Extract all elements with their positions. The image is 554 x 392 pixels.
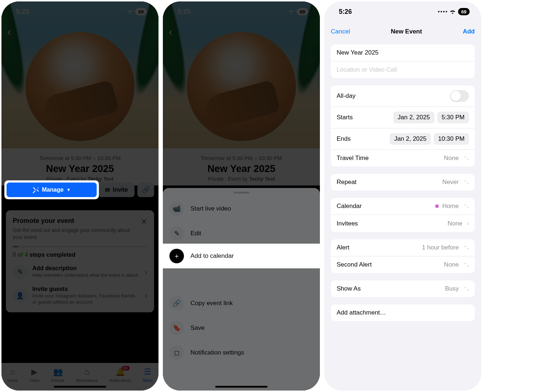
group-attachment: Add attachment… xyxy=(331,304,475,321)
sheet-start-live[interactable]: 📹Start live video xyxy=(163,196,320,221)
home-indicator xyxy=(215,386,268,388)
row-calendar[interactable]: Calendar Home⌃⌄ xyxy=(331,198,475,215)
wifi-icon xyxy=(449,9,456,14)
updown-icon: ⌃⌄ xyxy=(463,156,469,161)
add-button[interactable]: Add xyxy=(463,28,475,35)
row-invitees[interactable]: Invitees None› xyxy=(331,215,475,232)
caret-down-icon: ▼ xyxy=(67,187,71,192)
updown-icon: ⌃⌄ xyxy=(463,245,469,251)
manage-sheet: 📹Start live video ✎Edit ❐Duplicate 🔗Copy… xyxy=(163,188,320,391)
row-second-alert[interactable]: Second Alert None⌃⌄ xyxy=(331,256,475,273)
chevron-right-icon: › xyxy=(467,220,469,227)
row-travel-time[interactable]: Travel Time None⌃⌄ xyxy=(331,150,475,167)
row-starts: Starts Jan 2, 2025 5:30 PM xyxy=(331,107,475,128)
sheet-handle[interactable] xyxy=(233,192,249,193)
group-title-location: New Year 2025 Location or Video Call xyxy=(331,44,475,78)
highlight-manage: Manage ▼ xyxy=(4,180,99,199)
sheet-add-calendar-placeholder xyxy=(163,271,320,291)
video-icon: 📹 xyxy=(169,201,184,216)
group-repeat: Repeat Never⌃⌄ xyxy=(331,174,475,191)
screen-fb-event: ‹ 5:23 69 Tomorrow at 5:30 PM – 10:30 PM… xyxy=(1,1,158,391)
status-bar: 5:26 69 xyxy=(324,1,481,22)
group-alert: Alert 1 hour before⌃⌄ Second Alert None⌃… xyxy=(331,239,475,273)
group-show-as: Show As Busy⌃⌄ xyxy=(331,280,475,297)
group-calendar-invitees: Calendar Home⌃⌄ Invitees None› xyxy=(331,198,475,232)
group-datetime: All-day Starts Jan 2, 2025 5:30 PM Ends … xyxy=(331,85,475,167)
updown-icon: ⌃⌄ xyxy=(463,204,469,209)
nav-bar: Cancel New Event Add xyxy=(324,22,481,41)
link-icon: 🔗 xyxy=(169,296,184,311)
ends-date-picker[interactable]: Jan 2, 2025 xyxy=(390,133,431,145)
updown-icon: ⌃⌄ xyxy=(463,286,469,292)
status-time: 5:26 xyxy=(339,8,352,16)
event-name-field[interactable]: New Year 2025 xyxy=(331,44,475,61)
cancel-button[interactable]: Cancel xyxy=(331,28,350,35)
sheet-notification-settings[interactable]: ◻Notification settings xyxy=(163,340,320,365)
manage-button[interactable]: Manage ▼ xyxy=(7,183,97,197)
row-alert[interactable]: Alert 1 hour before⌃⌄ xyxy=(331,239,475,256)
cellular-icon xyxy=(438,11,447,12)
row-all-day: All-day xyxy=(331,85,475,107)
screen-fb-manage-sheet: ‹ 5:25 69 Tomorrow at 5:30 PM – 10:30 PM… xyxy=(163,1,320,391)
tools-icon xyxy=(32,187,39,193)
sheet-save[interactable]: 🔖Save xyxy=(163,316,320,340)
ends-time-picker[interactable]: 10:30 PM xyxy=(434,133,469,145)
battery-icon: 69 xyxy=(458,8,470,15)
calendar-plus-icon: ＋ xyxy=(169,249,184,263)
screen-ios-new-event: 5:26 69 Cancel New Event Add New Year 20… xyxy=(324,1,481,391)
updown-icon: ⌃⌄ xyxy=(463,180,469,185)
sheet-copy-link[interactable]: 🔗Copy event link xyxy=(163,291,320,316)
starts-date-picker[interactable]: Jan 2, 2025 xyxy=(393,112,434,123)
row-ends: Ends Jan 2, 2025 10:30 PM xyxy=(331,128,475,150)
row-show-as[interactable]: Show As Busy⌃⌄ xyxy=(331,280,475,297)
calendar-dot-icon xyxy=(435,204,439,208)
form-area: New Year 2025 Location or Video Call All… xyxy=(324,44,481,391)
row-add-attachment[interactable]: Add attachment… xyxy=(331,304,475,321)
location-field[interactable]: Location or Video Call xyxy=(331,61,475,78)
bell-settings-icon: ◻ xyxy=(169,345,184,360)
row-repeat[interactable]: Repeat Never⌃⌄ xyxy=(331,174,475,191)
home-indicator xyxy=(54,386,106,388)
sheet-add-to-calendar[interactable]: ＋ Add to calendar xyxy=(163,244,320,268)
pencil-icon: ✎ xyxy=(169,226,184,241)
nav-title: New Event xyxy=(391,28,422,35)
all-day-toggle[interactable] xyxy=(450,90,469,102)
sheet-edit[interactable]: ✎Edit xyxy=(163,221,320,246)
updown-icon: ⌃⌄ xyxy=(463,262,469,268)
bookmark-icon: 🔖 xyxy=(169,321,184,335)
starts-time-picker[interactable]: 5:30 PM xyxy=(437,112,469,123)
